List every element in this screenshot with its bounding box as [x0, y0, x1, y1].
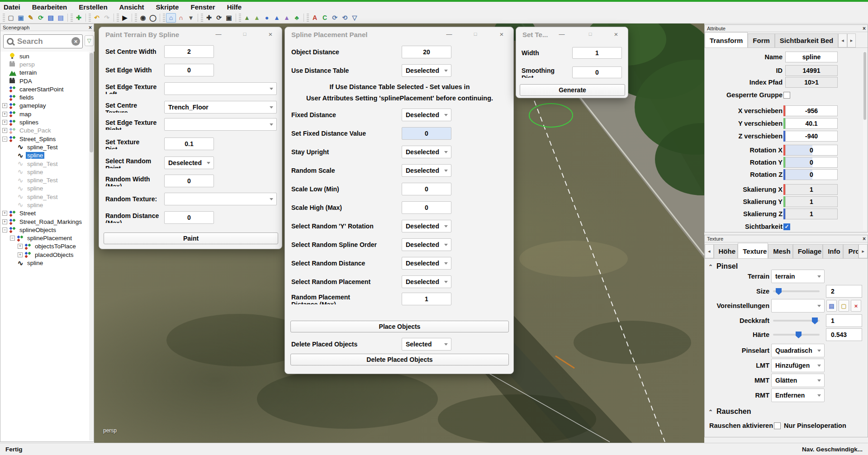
move-tool-icon[interactable]: ✚: [204, 13, 214, 23]
scale-tool-icon[interactable]: ▣: [224, 13, 234, 23]
tree-item-label[interactable]: spline: [26, 202, 44, 209]
härte-slider[interactable]: [773, 334, 820, 336]
minimize-icon[interactable]: —: [445, 30, 453, 38]
value-input[interactable]: 1: [572, 47, 622, 59]
expand-icon[interactable]: +: [18, 252, 23, 257]
tree-item-terrain[interactable]: terrain: [0, 69, 89, 77]
tree-item-label[interactable]: objectsToPlace: [33, 243, 77, 250]
tree-item-spline[interactable]: ∿spline: [0, 168, 89, 176]
foliage-tool-icon[interactable]: ♣: [292, 13, 302, 23]
play-icon[interactable]: ▶: [120, 13, 130, 23]
snap-magnet-icon[interactable]: ∩: [176, 13, 186, 23]
tabs-scroll-right-icon[interactable]: ▸: [847, 33, 856, 47]
tabs-scroll-left-icon[interactable]: ◂: [838, 33, 847, 47]
new-file-icon[interactable]: ▢: [6, 13, 16, 23]
maximize-icon[interactable]: □: [241, 30, 249, 38]
tree-item-label[interactable]: gameplay: [18, 102, 47, 109]
dropdown-select[interactable]: [164, 82, 277, 95]
tree-item-label[interactable]: Street_Splins: [18, 136, 57, 142]
tab-form[interactable]: Form: [748, 33, 775, 47]
tree-item-Street_Road_Markings[interactable]: +Street_Road_Markings: [0, 218, 89, 226]
tree-item-spline_Test[interactable]: ∿spline_Test: [0, 160, 89, 168]
tree-item-label[interactable]: spline_Test: [26, 177, 59, 184]
value-input[interactable]: 1: [402, 293, 451, 305]
tree-item-label[interactable]: Street: [18, 210, 37, 217]
tree-item-label[interactable]: spline_Test: [26, 144, 59, 151]
slider-thumb[interactable]: [776, 288, 782, 295]
value-input[interactable]: 0: [402, 183, 451, 195]
tree-item-spline_Test[interactable]: ∿spline_Test: [0, 193, 89, 201]
close-icon[interactable]: ×: [498, 30, 506, 38]
tree-item-splinePlacement[interactable]: −splinePlacement: [0, 234, 89, 242]
new-preset-icon[interactable]: ▢: [839, 300, 849, 312]
tab-foliage[interactable]: Foliage: [793, 244, 823, 258]
import-add-icon[interactable]: ✚: [74, 13, 84, 23]
tree-item-spline_Test[interactable]: ∿spline_Test: [0, 143, 89, 151]
voreinstellungen-select[interactable]: [771, 299, 825, 313]
deckkraft-slider[interactable]: [773, 320, 820, 322]
tree-item-placedObjects[interactable]: +placedObjects: [0, 251, 89, 259]
value-input[interactable]: 0: [402, 127, 451, 140]
text-tool-icon[interactable]: A: [310, 13, 320, 23]
attr-value-rotation-y[interactable]: 0: [785, 157, 838, 168]
save-icon[interactable]: ▤: [46, 13, 56, 23]
terrain-paint-icon[interactable]: ●: [262, 13, 272, 23]
slider-thumb[interactable]: [796, 332, 802, 338]
tree-item-PDA[interactable]: PDA: [0, 77, 89, 85]
menu-fenster[interactable]: Fenster: [190, 3, 215, 11]
attr-value-rotation-z[interactable]: 0: [785, 169, 838, 180]
close-icon[interactable]: ×: [863, 25, 866, 32]
script-reload-icon[interactable]: C: [320, 13, 330, 23]
undo-icon[interactable]: ↶: [92, 13, 102, 23]
tree-item-spline[interactable]: ∿spline: [0, 185, 89, 193]
rotation-gizmo-ring[interactable]: [529, 104, 573, 127]
expand-icon[interactable]: +: [2, 219, 7, 224]
value-input[interactable]: 0.1: [164, 137, 214, 150]
expand-icon[interactable]: +: [2, 103, 7, 108]
tree-item-careerStartPoint[interactable]: careerStartPoint: [0, 85, 89, 93]
dropdown-select[interactable]: Deselected: [402, 220, 451, 232]
attr-value-x-verschieben[interactable]: -956: [785, 105, 838, 116]
härte-value[interactable]: 0.543: [826, 328, 862, 341]
tree-item-gameplay[interactable]: +gameplay: [0, 102, 89, 110]
size-slider[interactable]: [773, 290, 820, 292]
minimize-icon[interactable]: —: [214, 30, 223, 38]
place-objects-button[interactable]: Place Objects: [290, 321, 509, 332]
menu-datei[interactable]: Datei: [4, 3, 20, 11]
close-icon[interactable]: ×: [612, 30, 620, 38]
tab-texture[interactable]: Texture: [738, 243, 768, 258]
dropdown-select[interactable]: Deselected: [402, 275, 451, 288]
close-icon[interactable]: ×: [89, 24, 92, 31]
dropdown-select[interactable]: Deselected: [402, 146, 451, 158]
maximize-icon[interactable]: □: [586, 30, 594, 38]
value-input[interactable]: 0: [164, 175, 214, 187]
open-folder-icon[interactable]: ▣: [16, 13, 26, 23]
attr-value-name[interactable]: spline: [785, 52, 838, 62]
expand-icon[interactable]: +: [18, 244, 23, 249]
terrain-select[interactable]: terrain: [771, 270, 825, 283]
generate-button[interactable]: Generate: [520, 84, 625, 96]
tree-item-splineObjects[interactable]: −splineObjects: [0, 226, 89, 234]
tree-item-spline[interactable]: ∿spline: [0, 259, 89, 267]
tree-item-Cube_Pack[interactable]: +Cube_Pack: [0, 127, 89, 135]
paint-button[interactable]: Paint: [104, 232, 278, 244]
tree-item-label[interactable]: Cube_Pack: [18, 127, 52, 134]
tree-item-spline[interactable]: ∿spline: [0, 152, 89, 160]
expand-icon[interactable]: +: [2, 128, 7, 133]
value-input[interactable]: 0: [164, 211, 214, 224]
delete-preset-icon[interactable]: ×: [851, 300, 861, 312]
value-input[interactable]: 2: [164, 45, 214, 58]
dropdown-select[interactable]: [164, 193, 277, 205]
scenegraph-scrollbar[interactable]: [89, 52, 94, 441]
maximize-icon[interactable]: □: [471, 30, 479, 38]
filter-funnel-icon[interactable]: ▽: [85, 35, 94, 46]
noise-section-header[interactable]: ⌃Rauschen: [708, 408, 751, 416]
value-input[interactable]: 0: [402, 201, 451, 214]
dropdown-select[interactable]: Deselected: [402, 257, 451, 270]
tab-sichtbarkeit-bed[interactable]: Sichtbarkeit Bed: [775, 33, 838, 47]
collapse-icon[interactable]: −: [2, 228, 7, 232]
snap-dropdown-arrow-icon[interactable]: ▾: [186, 13, 196, 23]
tree-item-label[interactable]: spline: [26, 169, 44, 175]
terrain-sculpt-icon[interactable]: ▲: [242, 13, 252, 23]
minimize-icon[interactable]: —: [558, 30, 566, 38]
